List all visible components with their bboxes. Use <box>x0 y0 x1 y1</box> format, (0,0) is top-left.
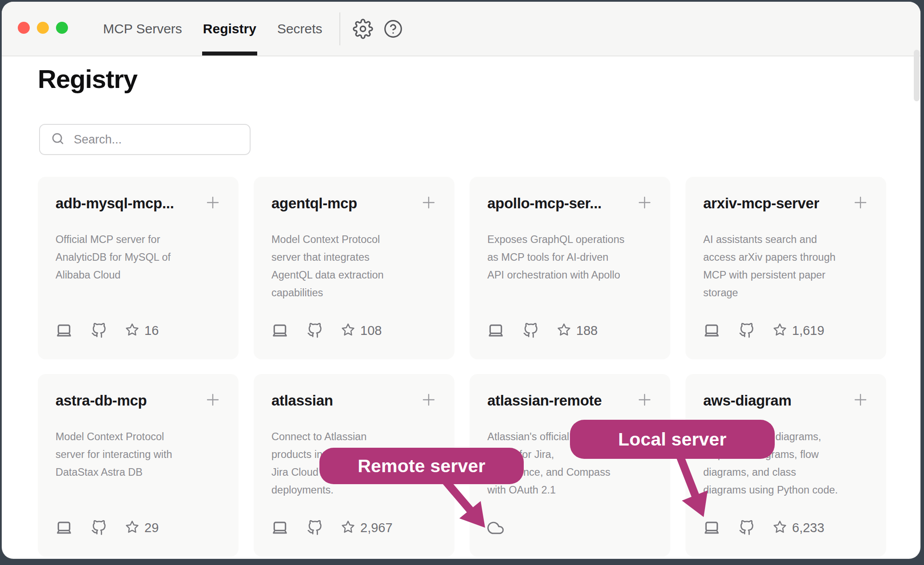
plus-icon <box>421 392 437 409</box>
server-card[interactable]: agentql-mcp Model Context Protocol serve… <box>254 177 454 359</box>
star-icon <box>341 323 355 338</box>
star-count: 108 <box>360 323 382 338</box>
star-icon <box>125 520 139 536</box>
server-name: arxiv-mcp-server <box>703 195 819 212</box>
plus-icon <box>852 392 868 409</box>
nav-tabs: MCP Servers Registry Secrets <box>103 2 323 56</box>
server-name: adb-mysql-mcp... <box>56 195 174 212</box>
github-icon <box>739 323 754 338</box>
tab-secrets[interactable]: Secrets <box>277 2 323 56</box>
add-server-button[interactable] <box>421 195 437 212</box>
star-count: 188 <box>576 323 597 338</box>
star-icon <box>773 323 787 338</box>
registry-grid: adb-mysql-mcp... Official MCP server for… <box>38 177 886 557</box>
server-description: Model Context Protocol server for intera… <box>56 428 221 481</box>
plus-icon <box>852 195 868 212</box>
star-count: 2,967 <box>360 521 393 535</box>
titlebar: MCP Servers Registry Secrets <box>2 2 920 56</box>
scrollbar-thumb[interactable] <box>914 50 920 101</box>
github-icon <box>91 323 107 338</box>
server-name: atlassian <box>271 392 333 409</box>
add-server-button[interactable] <box>852 195 868 212</box>
help-circle-icon <box>383 19 403 39</box>
star-count: 6,233 <box>792 521 824 535</box>
plus-icon <box>205 195 221 212</box>
server-card[interactable]: atlassian-remote Atlassian's official MC… <box>470 374 670 557</box>
minimize-window-button[interactable] <box>37 22 49 34</box>
star-icon <box>557 323 571 338</box>
add-server-button[interactable] <box>637 392 653 409</box>
add-server-button[interactable] <box>637 195 653 212</box>
github-icon <box>307 520 323 536</box>
search-input[interactable] <box>73 132 241 147</box>
plus-icon <box>637 392 653 409</box>
app-window: MCP Servers Registry Secrets Registry ad… <box>2 2 920 559</box>
star-count: 29 <box>144 521 159 535</box>
settings-button[interactable] <box>352 18 374 40</box>
gear-icon <box>353 19 373 39</box>
laptop-icon <box>703 519 720 536</box>
laptop-icon <box>56 322 72 339</box>
close-window-button[interactable] <box>18 22 30 34</box>
zoom-window-button[interactable] <box>56 22 68 34</box>
server-card[interactable]: adb-mysql-mcp... Official MCP server for… <box>38 177 239 359</box>
plus-icon <box>205 392 221 409</box>
laptop-icon <box>56 519 72 536</box>
traffic-lights <box>18 22 68 34</box>
laptop-icon <box>703 322 720 339</box>
server-name: agentql-mcp <box>271 195 357 212</box>
laptop-icon <box>271 322 288 339</box>
server-description: Connect to Atlassian products including … <box>271 428 437 499</box>
server-card[interactable]: astra-db-mcp Model Context Protocol serv… <box>38 374 239 557</box>
plus-icon <box>421 195 437 212</box>
github-icon <box>523 323 538 338</box>
server-description: Exposes GraphQL operations as MCP tools … <box>487 231 653 284</box>
search-icon <box>51 131 65 147</box>
server-card[interactable]: arxiv-mcp-server AI assistants search an… <box>685 177 886 359</box>
server-card[interactable]: apollo-mcp-ser... Exposes GraphQL operat… <box>470 177 670 359</box>
titlebar-divider <box>339 12 340 45</box>
laptop-icon <box>487 322 504 339</box>
star-icon <box>341 520 355 536</box>
server-description: AI assistants search and access arXiv pa… <box>703 231 868 302</box>
tab-mcp-servers[interactable]: MCP Servers <box>103 2 182 56</box>
cloud-icon <box>487 520 504 536</box>
server-name: astra-db-mcp <box>56 392 147 409</box>
search-box[interactable] <box>39 124 251 155</box>
add-server-button[interactable] <box>205 392 221 409</box>
server-description: Atlassian's official MCP server for Jira… <box>487 428 653 499</box>
plus-icon <box>637 195 653 212</box>
star-count: 16 <box>144 323 159 338</box>
github-icon <box>307 323 323 338</box>
page-title: Registry <box>38 64 137 94</box>
server-card[interactable]: atlassian Connect to Atlassian products … <box>254 374 454 557</box>
server-name: apollo-mcp-ser... <box>487 195 601 212</box>
laptop-icon <box>271 519 288 536</box>
github-icon <box>739 520 754 536</box>
add-server-button[interactable] <box>852 392 868 409</box>
server-description: Generate AWS diagrams, sequence diagrams… <box>703 428 868 499</box>
add-server-button[interactable] <box>205 195 221 212</box>
server-name: aws-diagram <box>703 392 791 409</box>
star-icon <box>125 323 139 338</box>
help-button[interactable] <box>382 18 404 40</box>
star-icon <box>773 520 787 536</box>
server-description: Model Context Protocol server that integ… <box>271 231 437 302</box>
tab-registry[interactable]: Registry <box>203 2 256 56</box>
server-card[interactable]: aws-diagram Generate AWS diagrams, seque… <box>685 374 886 557</box>
server-name: atlassian-remote <box>487 392 601 409</box>
github-icon <box>91 520 107 536</box>
add-server-button[interactable] <box>421 392 437 409</box>
star-count: 1,619 <box>792 323 824 338</box>
server-description: Official MCP server for AnalyticDB for M… <box>56 231 221 284</box>
